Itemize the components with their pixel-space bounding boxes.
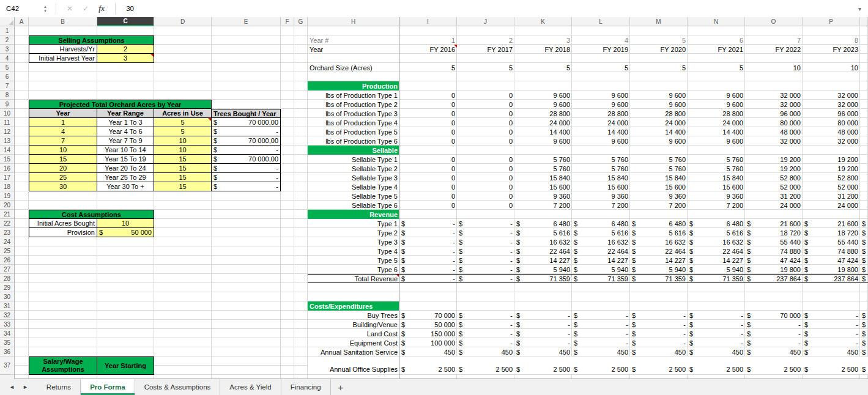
cell-N2[interactable]: 6 xyxy=(688,35,745,45)
cell-B2[interactable]: Selling Assumptions xyxy=(29,35,154,45)
cell-Q37[interactable]: $ xyxy=(860,356,868,375)
cell-I15[interactable]: 0 xyxy=(399,155,457,164)
sheet-tab-acres-yield[interactable]: Acres & Yield xyxy=(220,379,281,395)
cell-L12[interactable]: 14 400 xyxy=(572,127,630,136)
cell-H23[interactable]: Type 2 xyxy=(308,228,399,237)
cell-K12[interactable]: 14 400 xyxy=(514,127,572,136)
cell-H8[interactable]: lbs of Production Type 1 xyxy=(308,90,399,100)
cell-P36[interactable]: $450 xyxy=(803,347,860,356)
cell-H32[interactable]: Buy Trees xyxy=(308,311,399,320)
cell-E18[interactable]: $- xyxy=(212,182,281,191)
cell-O12[interactable]: 48 000 xyxy=(745,127,803,136)
column-header-c[interactable]: C xyxy=(97,17,154,26)
row-header-7[interactable]: 7 xyxy=(0,81,14,90)
add-sheet-button[interactable]: + xyxy=(331,379,351,395)
cell-O18[interactable]: 52 000 xyxy=(745,182,803,191)
cell-B18[interactable]: 30 xyxy=(29,182,97,191)
cell-J11[interactable]: 0 xyxy=(457,118,514,127)
cell-N16[interactable]: 5 760 xyxy=(688,164,745,173)
cell-P19[interactable]: 31 200 xyxy=(803,191,860,201)
cell-C16[interactable]: Year 20 To 24 xyxy=(97,164,154,173)
cell-M2[interactable]: 5 xyxy=(630,35,688,45)
cell-I20[interactable]: 0 xyxy=(399,201,457,210)
cell-K8[interactable]: 9 600 xyxy=(514,90,572,100)
column-header-q[interactable] xyxy=(860,17,868,26)
cell-C17[interactable]: Year 25 To 29 xyxy=(97,173,154,182)
cell-M9[interactable]: 9 600 xyxy=(630,100,688,109)
name-box[interactable]: C42 xyxy=(0,5,40,12)
cell-Q34[interactable]: $ xyxy=(860,329,868,338)
cell-N12[interactable]: 14 400 xyxy=(688,127,745,136)
cell-N18[interactable]: 15 600 xyxy=(688,182,745,191)
cell-K11[interactable]: 24 000 xyxy=(514,118,572,127)
cell-P25[interactable]: $74 880 xyxy=(803,246,860,256)
cell-I26[interactable]: $- xyxy=(399,256,457,265)
cell-J36[interactable]: $450 xyxy=(457,347,514,356)
cell-B37[interactable]: Salary/Wage Assumptions xyxy=(29,356,97,375)
cell-B21[interactable]: Cost Assumptions xyxy=(29,210,154,219)
cell-N32[interactable]: $- xyxy=(688,311,745,320)
cell-L24[interactable]: $16 632 xyxy=(572,237,630,246)
cell-O11[interactable]: 80 000 xyxy=(745,118,803,127)
cell-N9[interactable]: 9 600 xyxy=(688,100,745,109)
cell-L13[interactable]: 9 600 xyxy=(572,136,630,146)
cell-P35[interactable]: $- xyxy=(803,338,860,347)
cell-I3[interactable]: FY 2016 xyxy=(399,45,457,54)
cell-L25[interactable]: $22 464 xyxy=(572,246,630,256)
cell-N36[interactable]: $450 xyxy=(688,347,745,356)
cell-P5[interactable]: 10 xyxy=(803,63,860,72)
cell-P20[interactable]: 24 000 xyxy=(803,201,860,210)
cell-M23[interactable]: $5 616 xyxy=(630,228,688,237)
cell-J37[interactable]: $2 500 xyxy=(457,356,514,375)
cell-P34[interactable]: $- xyxy=(803,329,860,338)
cell-C15[interactable]: Year 15 To 19 xyxy=(97,155,154,164)
cell-H11[interactable]: lbs of Production Type 4 xyxy=(308,118,399,127)
cell-J19[interactable]: 0 xyxy=(457,191,514,201)
cell-N15[interactable]: 5 760 xyxy=(688,155,745,164)
row-header-5[interactable]: 5 xyxy=(0,63,14,72)
cell-I35[interactable]: $100 000 xyxy=(399,338,457,347)
cell-M25[interactable]: $22 464 xyxy=(630,246,688,256)
cell-H5[interactable]: Orchard Size (Acres) xyxy=(308,63,399,72)
cell-I27[interactable]: $- xyxy=(399,265,457,274)
cell-K15[interactable]: 5 760 xyxy=(514,155,572,164)
row-header-19[interactable]: 19 xyxy=(0,191,14,201)
cell-O35[interactable]: $- xyxy=(745,338,803,347)
cell-I19[interactable]: 0 xyxy=(399,191,457,201)
cell-O28[interactable]: $237 864 xyxy=(745,274,803,283)
sheet-tab-financing[interactable]: Financing xyxy=(281,379,331,395)
cell-I13[interactable]: 0 xyxy=(399,136,457,146)
cell-P2[interactable]: 8 xyxy=(803,35,860,45)
cell-Q33[interactable]: $ xyxy=(860,320,868,329)
cell-P10[interactable]: 96 000 xyxy=(803,109,860,118)
row-header-6[interactable]: 6 xyxy=(0,72,14,81)
cell-O34[interactable]: $- xyxy=(745,329,803,338)
cell-J12[interactable]: 0 xyxy=(457,127,514,136)
cell-O9[interactable]: 32 000 xyxy=(745,100,803,109)
cell-J25[interactable]: $- xyxy=(457,246,514,256)
cell-H18[interactable]: Sellable Type 4 xyxy=(308,182,399,191)
cell-K25[interactable]: $22 464 xyxy=(514,246,572,256)
cell-I37[interactable]: $2 500 xyxy=(399,356,457,375)
cell-Q22[interactable]: $ xyxy=(860,219,868,228)
row-header-16[interactable]: 16 xyxy=(0,164,14,173)
cell-M20[interactable]: 7 200 xyxy=(630,201,688,210)
cell-P11[interactable]: 80 000 xyxy=(803,118,860,127)
cell-B11[interactable]: 1 xyxy=(29,118,97,127)
cell-K13[interactable]: 9 600 xyxy=(514,136,572,146)
row-header-12[interactable]: 12 xyxy=(0,127,14,136)
cell-K34[interactable]: $- xyxy=(514,329,572,338)
column-header-n[interactable]: N xyxy=(688,17,745,26)
cell-L8[interactable]: 9 600 xyxy=(572,90,630,100)
cell-P16[interactable]: 19 200 xyxy=(803,164,860,173)
cell-L32[interactable]: $- xyxy=(572,311,630,320)
cell-K35[interactable]: $- xyxy=(514,338,572,347)
cell-M34[interactable]: $- xyxy=(630,329,688,338)
cell-M28[interactable]: $71 359 xyxy=(630,274,688,283)
cell-D11[interactable]: 5 xyxy=(154,118,212,127)
cell-O32[interactable]: $70 000 xyxy=(745,311,803,320)
cell-H22[interactable]: Type 1 xyxy=(308,219,399,228)
column-header-l[interactable]: L xyxy=(572,17,630,26)
row-header-10[interactable]: 10 xyxy=(0,109,14,118)
cell-O24[interactable]: $55 440 xyxy=(745,237,803,246)
